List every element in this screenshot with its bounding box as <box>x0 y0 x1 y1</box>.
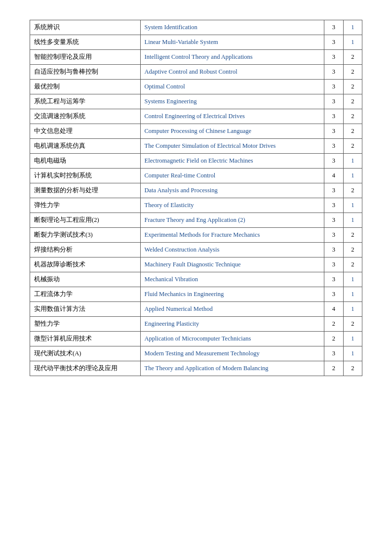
course-english-name: Intelligent Control Theory and Applicati… <box>140 50 324 65</box>
course-english-name: Theory of Elasticity <box>140 198 324 213</box>
course-credits: 2 <box>324 332 343 346</box>
course-semester: 2 <box>343 139 362 154</box>
course-english-name: Welded Construction Analysis <box>140 243 324 257</box>
course-english-name: Application of Microcomputer Technicians <box>140 332 324 346</box>
course-chinese-name: 自适应控制与鲁棒控制 <box>30 65 141 80</box>
course-english-name: Modern Testing and Measurement Technolog… <box>140 346 324 361</box>
table-row: 中文信息处理Computer Processing of Chinese Lan… <box>30 124 362 139</box>
course-chinese-name: 机器故障诊断技术 <box>30 257 141 272</box>
course-semester: 2 <box>343 228 362 243</box>
course-semester: 2 <box>343 361 362 376</box>
course-semester: 2 <box>343 50 362 65</box>
course-credits: 3 <box>324 183 343 198</box>
course-semester: 1 <box>343 302 362 317</box>
table-row: 机械振动Mechanical Vibration31 <box>30 272 362 287</box>
table-row: 系统辨识System Identification31 <box>30 20 362 35</box>
course-credits: 3 <box>324 139 343 154</box>
course-credits: 3 <box>324 243 343 257</box>
table-row: 计算机实时控制系统Computer Real-time Control41 <box>30 169 362 183</box>
course-semester: 2 <box>343 183 362 198</box>
course-credits: 3 <box>324 228 343 243</box>
course-chinese-name: 电机调速系统仿真 <box>30 139 141 154</box>
course-chinese-name: 系统工程与运筹学 <box>30 94 141 109</box>
table-row: 线性多变量系统Linear Multi-Variable System31 <box>30 35 362 50</box>
course-chinese-name: 电机电磁场 <box>30 154 141 169</box>
course-english-name: The Computer Simulation of Electrical Mo… <box>140 139 324 154</box>
course-credits: 4 <box>324 169 343 183</box>
course-credits: 3 <box>324 20 343 35</box>
course-semester: 1 <box>343 346 362 361</box>
table-row: 工程流体力学Fluid Mechanics in Engineering31 <box>30 287 362 302</box>
course-english-name: The Theory and Application of Modern Bal… <box>140 361 324 376</box>
course-chinese-name: 机械振动 <box>30 272 141 287</box>
course-semester: 1 <box>343 213 362 228</box>
course-semester: 1 <box>343 198 362 213</box>
table-row: 现代测试技术(A)Modern Testing and Measurement … <box>30 346 362 361</box>
course-chinese-name: 微型计算机应用技术 <box>30 332 141 346</box>
table-row: 现代动平衡技术的理论及应用The Theory and Application … <box>30 361 362 376</box>
table-row: 交流调速控制系统Control Engineering of Electrica… <box>30 109 362 124</box>
course-english-name: Control Engineering of Electrical Drives <box>140 109 324 124</box>
course-credits: 2 <box>324 361 343 376</box>
course-chinese-name: 现代测试技术(A) <box>30 346 141 361</box>
table-row: 焊接结构分析Welded Construction Analysis32 <box>30 243 362 257</box>
course-chinese-name: 中文信息处理 <box>30 124 141 139</box>
course-english-name: Computer Real-time Control <box>140 169 324 183</box>
course-semester: 1 <box>343 272 362 287</box>
course-english-name: Engineering Plasticity <box>140 317 324 332</box>
course-chinese-name: 现代动平衡技术的理论及应用 <box>30 361 141 376</box>
course-english-name: System Identification <box>140 20 324 35</box>
course-semester: 1 <box>343 287 362 302</box>
course-english-name: Machinery Fault Diagnostic Technique <box>140 257 324 272</box>
course-credits: 3 <box>324 257 343 272</box>
course-chinese-name: 智能控制理论及应用 <box>30 50 141 65</box>
course-credits: 3 <box>324 65 343 80</box>
course-chinese-name: 实用数值计算方法 <box>30 302 141 317</box>
course-chinese-name: 交流调速控制系统 <box>30 109 141 124</box>
table-row: 塑性力学Engineering Plasticity22 <box>30 317 362 332</box>
course-credits: 3 <box>324 124 343 139</box>
course-semester: 1 <box>343 20 362 35</box>
course-chinese-name: 系统辨识 <box>30 20 141 35</box>
course-credits: 3 <box>324 198 343 213</box>
course-chinese-name: 测量数据的分析与处理 <box>30 183 141 198</box>
course-english-name: Linear Multi-Variable System <box>140 35 324 50</box>
course-english-name: Experimental Methods for Fracture Mechan… <box>140 228 324 243</box>
course-chinese-name: 线性多变量系统 <box>30 35 141 50</box>
course-semester: 2 <box>343 80 362 94</box>
table-row: 微型计算机应用技术Application of Microcomputer Te… <box>30 332 362 346</box>
course-english-name: Mechanical Vibration <box>140 272 324 287</box>
table-row: 实用数值计算方法Applied Numerical Method41 <box>30 302 362 317</box>
course-credits: 3 <box>324 272 343 287</box>
course-english-name: Fluid Mechanics in Engineering <box>140 287 324 302</box>
course-semester: 1 <box>343 35 362 50</box>
course-english-name: Computer Processing of Chinese Language <box>140 124 324 139</box>
course-credits: 3 <box>324 80 343 94</box>
course-chinese-name: 工程流体力学 <box>30 287 141 302</box>
course-semester: 2 <box>343 94 362 109</box>
table-row: 断裂理论与工程应用(2)Fracture Theory and Eng Appl… <box>30 213 362 228</box>
table-row: 测量数据的分析与处理Data Analysis and Processing32 <box>30 183 362 198</box>
course-credits: 3 <box>324 154 343 169</box>
course-chinese-name: 塑性力学 <box>30 317 141 332</box>
course-chinese-name: 断裂力学测试技术(3) <box>30 228 141 243</box>
course-semester: 2 <box>343 317 362 332</box>
course-english-name: Electromagnetic Field on Electric Machin… <box>140 154 324 169</box>
table-row: 电机调速系统仿真The Computer Simulation of Elect… <box>30 139 362 154</box>
course-english-name: Optimal Control <box>140 80 324 94</box>
course-semester: 2 <box>343 243 362 257</box>
table-row: 自适应控制与鲁棒控制Adaptive Control and Robust Co… <box>30 65 362 80</box>
course-semester: 1 <box>343 169 362 183</box>
course-table: 系统辨识System Identification31线性多变量系统Linear… <box>30 20 362 376</box>
course-semester: 1 <box>343 332 362 346</box>
course-chinese-name: 焊接结构分析 <box>30 243 141 257</box>
course-semester: 2 <box>343 65 362 80</box>
course-english-name: Adaptive Control and Robust Control <box>140 65 324 80</box>
table-row: 机器故障诊断技术Machinery Fault Diagnostic Techn… <box>30 257 362 272</box>
course-credits: 3 <box>324 346 343 361</box>
course-chinese-name: 最优控制 <box>30 80 141 94</box>
course-chinese-name: 计算机实时控制系统 <box>30 169 141 183</box>
course-credits: 2 <box>324 317 343 332</box>
course-semester: 2 <box>343 124 362 139</box>
course-english-name: Data Analysis and Processing <box>140 183 324 198</box>
